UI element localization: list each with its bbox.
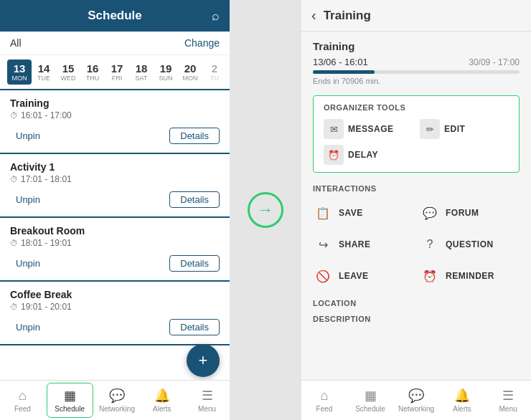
tool-icon-message: ✉	[324, 119, 344, 139]
date-item-20[interactable]: 20MON	[178, 59, 202, 85]
right-panel: ‹ Training Training 13/06 - 16:01 30/09 …	[301, 0, 531, 420]
schedule-item-0: Training ⏱ 16:01 - 17:00 Unpin Details	[0, 90, 230, 154]
tool-icon-edit: ✏	[420, 119, 440, 139]
date-item-13[interactable]: 13MON	[7, 59, 32, 85]
schedule-item-time: ⏱ 18:01 - 19:01	[10, 238, 220, 248]
unpin-button[interactable]: Unpin	[10, 129, 46, 143]
clock-icon: ⏱	[10, 239, 18, 247]
unpin-button[interactable]: Unpin	[10, 320, 46, 334]
location-section: LOCATION	[313, 299, 520, 307]
unpin-button[interactable]: Unpin	[10, 193, 46, 206]
interaction-icon-question: ?	[420, 234, 440, 254]
right-content: Training 13/06 - 16:01 30/09 - 17:00 End…	[301, 32, 531, 420]
right-header: ‹ Training	[301, 0, 531, 32]
nav-icon-schedule: ▦	[64, 388, 76, 404]
details-button[interactable]: Details	[169, 128, 220, 144]
right-nav-item-alerts[interactable]: 🔔Alerts	[439, 383, 485, 417]
left-nav-item-menu[interactable]: ☰Menu	[184, 383, 230, 417]
left-header: Schedule ⌕	[0, 0, 230, 32]
clock-icon: ⏱	[10, 111, 18, 120]
arrow-circle: →	[248, 192, 283, 228]
interaction-item-save[interactable]: 📋SAVE	[313, 200, 413, 226]
tool-item-edit[interactable]: ✏EDIT	[420, 119, 509, 139]
tool-item-message[interactable]: ✉MESSAGE	[324, 119, 413, 139]
location-title: LOCATION	[313, 299, 520, 307]
schedule-item-actions: Unpin Details	[10, 190, 220, 212]
left-nav-item-schedule[interactable]: ▦Schedule	[47, 383, 93, 418]
arrow-icon: →	[258, 201, 273, 219]
filter-label: All	[10, 37, 22, 49]
date-item-2[interactable]: 2TU	[202, 59, 227, 85]
event-date-right: 30/09 - 17:00	[469, 57, 520, 67]
schedule-item-time: ⏱ 17:01 - 18:01	[10, 174, 220, 184]
left-header-title: Schedule	[88, 9, 142, 23]
left-panel: Schedule ⌕ All Change 13MON14TUE15WED16T…	[0, 0, 230, 420]
schedule-item-actions: Unpin Details	[10, 254, 220, 276]
search-icon[interactable]: ⌕	[212, 9, 220, 24]
right-nav-item-feed[interactable]: ⌂Feed	[301, 384, 347, 417]
date-item-15[interactable]: 15WED	[56, 59, 80, 85]
nav-icon-alerts: 🔔	[154, 388, 170, 404]
details-button[interactable]: Details	[169, 255, 220, 272]
schedule-item-time: ⏱ 16:01 - 17:00	[10, 110, 220, 120]
fab-button[interactable]: +	[187, 344, 220, 377]
interaction-icon-forum: 💬	[420, 203, 440, 223]
right-nav-icon-schedule: ▦	[365, 388, 377, 404]
right-nav-icon-feed: ⌂	[321, 388, 329, 404]
interaction-item-question[interactable]: ?QUESTION	[420, 232, 520, 257]
interactions-title: INTERACTIONS	[313, 184, 520, 193]
event-date-row: 13/06 - 16:01 30/09 - 17:00	[313, 57, 520, 67]
unpin-button[interactable]: Unpin	[10, 257, 46, 270]
interaction-item-share[interactable]: ↪SHARE	[313, 232, 413, 257]
interaction-icon-reminder: ⏰	[420, 266, 440, 286]
clock-icon: ⏱	[10, 302, 18, 311]
left-nav-item-networking[interactable]: 💬Networking	[95, 383, 140, 417]
schedule-item-time: ⏱ 19:01 - 20:01	[10, 302, 220, 312]
left-nav-item-alerts[interactable]: 🔔Alerts	[139, 383, 184, 417]
schedule-item-title: Coffee Break	[10, 289, 220, 300]
interaction-item-reminder[interactable]: ⏰REMINDER	[420, 263, 520, 289]
nav-icon-networking: 💬	[109, 388, 125, 404]
tool-item-delay[interactable]: ⏰DELAY	[324, 145, 413, 165]
tools-grid: ✉MESSAGE✏EDIT⏰DELAY	[324, 119, 509, 165]
left-nav-item-feed[interactable]: ⌂Feed	[0, 384, 45, 417]
description-title: DESCRIPTION	[313, 315, 520, 323]
schedule-item-actions: Unpin Details	[10, 318, 220, 340]
left-bottom-nav: ⌂Feed▦Schedule💬Networking🔔Alerts☰Menu	[0, 380, 230, 420]
schedule-item-title: Activity 1	[10, 161, 220, 173]
nav-icon-menu: ☰	[202, 388, 213, 404]
organizer-tools-title: ORGANIZER TOOLS	[324, 103, 509, 112]
filter-row: All Change	[0, 32, 230, 55]
tool-icon-delay: ⏰	[324, 145, 344, 165]
details-button[interactable]: Details	[169, 319, 220, 335]
interaction-item-leave[interactable]: 🚫LEAVE	[313, 263, 413, 289]
schedule-item-3: Coffee Break ⏱ 19:01 - 20:01 Unpin Detai…	[0, 282, 230, 345]
date-item-16[interactable]: 16THU	[80, 59, 105, 85]
organizer-tools-box: ORGANIZER TOOLS✉MESSAGE✏EDIT⏰DELAY	[313, 95, 520, 173]
interaction-icon-share: ↪	[313, 234, 333, 254]
schedule-item-2: Breakout Room ⏱ 18:01 - 19:01 Unpin Deta…	[0, 218, 230, 282]
interaction-item-forum[interactable]: 💬FORUM	[420, 200, 520, 226]
right-nav-item-menu[interactable]: ☰Menu	[485, 383, 531, 417]
right-nav-item-schedule[interactable]: ▦Schedule	[347, 383, 393, 417]
schedule-item-actions: Unpin Details	[10, 126, 220, 148]
right-header-title: Training	[324, 9, 371, 23]
date-item-17[interactable]: 17FRI	[105, 59, 129, 85]
right-nav-item-networking[interactable]: 💬Networking	[393, 383, 439, 417]
right-nav-icon-menu: ☰	[502, 388, 514, 404]
description-section: DESCRIPTION	[313, 315, 520, 323]
schedule-item-title: Training	[10, 97, 220, 109]
event-date-left: 13/06 - 16:01	[313, 57, 368, 67]
interaction-icon-save: 📋	[313, 203, 333, 223]
details-button[interactable]: Details	[169, 191, 220, 208]
right-nav-icon-alerts: 🔔	[454, 388, 470, 404]
date-item-18[interactable]: 18SAT	[129, 59, 154, 85]
back-button[interactable]: ‹	[311, 7, 316, 24]
event-title: Training	[313, 40, 520, 52]
date-item-19[interactable]: 19SUN	[154, 59, 178, 85]
schedule-item-title: Breakout Room	[10, 225, 220, 237]
date-item-14[interactable]: 14TUE	[32, 59, 56, 85]
filter-change-button[interactable]: Change	[184, 37, 220, 49]
date-strip: 13MON14TUE15WED16THU17FRI18SAT19SUN20MON…	[0, 55, 230, 90]
interaction-icon-leave: 🚫	[313, 266, 333, 286]
